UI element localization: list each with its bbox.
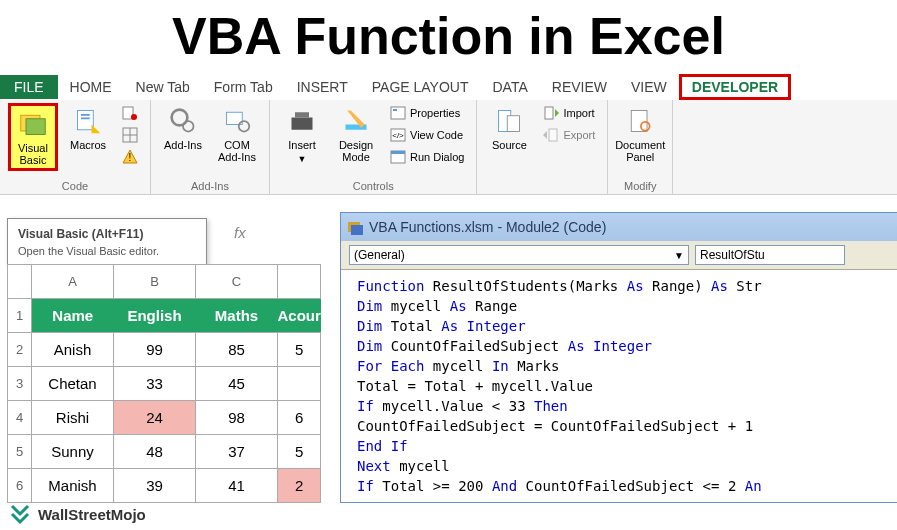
- svg-text:</>: </>: [392, 131, 404, 140]
- insert-control-button[interactable]: Insert ▼: [278, 103, 326, 169]
- group-modify-label: Modify: [616, 178, 664, 194]
- tab-file[interactable]: FILE: [0, 75, 58, 99]
- cell[interactable]: 41: [196, 469, 278, 503]
- record-macro-button[interactable]: [118, 103, 142, 123]
- addins-button[interactable]: Add-Ins: [159, 103, 207, 155]
- tab-review[interactable]: REVIEW: [540, 75, 619, 99]
- vbe-window[interactable]: VBA Functions.xlsm - Module2 (Code) (Gen…: [340, 212, 897, 503]
- col-header[interactable]: [278, 265, 321, 299]
- tab-pagelayout[interactable]: PAGE LAYOUT: [360, 75, 481, 99]
- design-mode-label: Design Mode: [339, 139, 373, 163]
- document-panel-button[interactable]: Document Panel: [616, 103, 664, 167]
- cell[interactable]: 37: [196, 435, 278, 469]
- tab-form[interactable]: Form Tab: [202, 75, 285, 99]
- vbe-object-value: (General): [354, 248, 405, 262]
- cell[interactable]: 48: [114, 435, 196, 469]
- select-all-cell[interactable]: [8, 265, 32, 299]
- svg-rect-18: [295, 112, 309, 117]
- vbe-proc-value: ResultOfStu: [700, 248, 765, 262]
- col-header[interactable]: A: [32, 265, 114, 299]
- run-dialog-button[interactable]: Run Dialog: [386, 147, 468, 167]
- source-icon: [493, 105, 525, 137]
- svg-text:!: !: [129, 152, 132, 163]
- properties-label: Properties: [410, 107, 460, 119]
- formula-bar-fx[interactable]: fx: [210, 222, 246, 242]
- vbe-selectors: (General)▼ ResultOfStu: [341, 241, 897, 270]
- cell[interactable]: [278, 367, 321, 401]
- group-code-label: Code: [8, 178, 142, 194]
- cell[interactable]: 5: [278, 333, 321, 367]
- cell[interactable]: Sunny: [32, 435, 114, 469]
- vbe-titlebar[interactable]: VBA Functions.xlsm - Module2 (Code): [341, 213, 897, 241]
- svg-point-14: [183, 121, 194, 132]
- cell[interactable]: Manish: [32, 469, 114, 503]
- row-header[interactable]: 2: [8, 333, 32, 367]
- tab-data[interactable]: DATA: [481, 75, 540, 99]
- worksheet[interactable]: A B C 1 Name English Maths Acour 2Anish9…: [7, 264, 321, 503]
- group-controls-label: Controls: [278, 178, 468, 194]
- svg-rect-31: [631, 111, 647, 132]
- svg-rect-28: [508, 116, 520, 132]
- svg-rect-29: [545, 107, 553, 119]
- cell[interactable]: Anish: [32, 333, 114, 367]
- tab-view[interactable]: VIEW: [619, 75, 679, 99]
- vbe-object-combo[interactable]: (General)▼: [349, 245, 689, 265]
- cell[interactable]: Rishi: [32, 401, 114, 435]
- cell[interactable]: Chetan: [32, 367, 114, 401]
- col-header[interactable]: C: [196, 265, 278, 299]
- cell[interactable]: 85: [196, 333, 278, 367]
- header-cell[interactable]: Acour: [278, 299, 321, 333]
- import-label: Import: [563, 107, 594, 119]
- cell[interactable]: 33: [114, 367, 196, 401]
- macro-security-button[interactable]: !: [118, 147, 142, 167]
- group-xml-label: [485, 190, 599, 194]
- ribbon: Visual Basic Macros ! Code Add-Ins COM A…: [0, 100, 897, 195]
- ruler-pencil-icon: [340, 105, 372, 137]
- svg-rect-4: [81, 118, 90, 120]
- cell[interactable]: 39: [114, 469, 196, 503]
- row-header[interactable]: 5: [8, 435, 32, 469]
- svg-point-7: [131, 114, 137, 120]
- macros-button[interactable]: Macros: [64, 103, 112, 155]
- tab-new[interactable]: New Tab: [124, 75, 202, 99]
- tab-insert[interactable]: INSERT: [285, 75, 360, 99]
- row-header[interactable]: 4: [8, 401, 32, 435]
- vbe-proc-combo[interactable]: ResultOfStu: [695, 245, 845, 265]
- properties-button[interactable]: Properties: [386, 103, 468, 123]
- cell[interactable]: 24: [114, 401, 196, 435]
- tab-developer[interactable]: DEVELOPER: [679, 74, 791, 100]
- row-header[interactable]: 6: [8, 469, 32, 503]
- cell[interactable]: 6: [278, 401, 321, 435]
- header-cell[interactable]: Name: [32, 299, 114, 333]
- record-icon: [122, 105, 138, 121]
- relative-refs-button[interactable]: [118, 125, 142, 145]
- tab-home[interactable]: HOME: [58, 75, 124, 99]
- cell[interactable]: 5: [278, 435, 321, 469]
- cell[interactable]: 45: [196, 367, 278, 401]
- gear-icon: [167, 105, 199, 137]
- com-addins-button[interactable]: COM Add-Ins: [213, 103, 261, 167]
- cell[interactable]: 2: [278, 469, 321, 503]
- header-cell[interactable]: English: [114, 299, 196, 333]
- row-header[interactable]: 1: [8, 299, 32, 333]
- page-title: VBA Function in Excel: [0, 0, 897, 74]
- tooltip-title: Visual Basic (Alt+F11): [18, 227, 196, 241]
- vbe-code-pane[interactable]: Function ResultOfStudents(Marks As Range…: [341, 270, 897, 502]
- cell[interactable]: 98: [196, 401, 278, 435]
- view-code-button[interactable]: </>View Code: [386, 125, 468, 145]
- grid-icon: [122, 127, 138, 143]
- chevron-down-icon: ▼: [674, 250, 684, 261]
- row-header[interactable]: 3: [8, 367, 32, 401]
- export-button[interactable]: Export: [539, 125, 599, 145]
- export-icon: [543, 127, 559, 143]
- design-mode-button[interactable]: Design Mode: [332, 103, 380, 167]
- cell[interactable]: 99: [114, 333, 196, 367]
- col-header[interactable]: B: [114, 265, 196, 299]
- import-button[interactable]: Import: [539, 103, 599, 123]
- visual-basic-button[interactable]: Visual Basic: [8, 103, 58, 171]
- warning-icon: !: [122, 149, 138, 165]
- addins-label: Add-Ins: [164, 139, 202, 151]
- source-button[interactable]: Source: [485, 103, 533, 155]
- svg-rect-26: [391, 151, 405, 154]
- header-cell[interactable]: Maths: [196, 299, 278, 333]
